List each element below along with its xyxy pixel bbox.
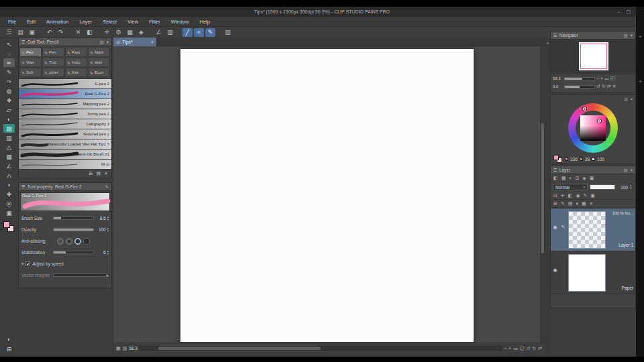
navigator-preview[interactable] xyxy=(551,40,635,74)
balloon-tool[interactable]: ◗ xyxy=(3,180,15,189)
anti-aliasing-strong-button[interactable] xyxy=(83,238,90,245)
color-panelbox-icon[interactable]: ▥ xyxy=(624,97,628,101)
snap-ruler-icon[interactable]: ✛ xyxy=(102,28,112,37)
undo-icon[interactable]: ↶ xyxy=(44,28,54,37)
delete-layer-icon[interactable]: ✕ xyxy=(590,201,594,206)
canvas-viewport[interactable] xyxy=(113,46,540,343)
rotate-left-icon[interactable]: ↺ xyxy=(526,346,530,351)
brush-row[interactable]: Turnip pen 2 xyxy=(19,109,111,119)
layer-effect-icon-3[interactable]: ◐ xyxy=(569,176,572,180)
navigator-panelbox-icon[interactable]: ▥ xyxy=(624,33,628,38)
layer-visibility-icon[interactable]: ◉ xyxy=(551,208,559,251)
dock-expand-icon[interactable]: ◂ xyxy=(639,34,641,38)
navigator-collapse-icon[interactable]: ▾ xyxy=(631,33,633,38)
fill-command-icon[interactable]: ◧ xyxy=(85,28,95,37)
pen-tool[interactable]: ✒ xyxy=(3,58,15,67)
anti-aliasing-medium-button[interactable] xyxy=(74,238,81,245)
main-color-swatch[interactable] xyxy=(3,221,10,228)
layer-name[interactable]: Layer 1 xyxy=(619,243,633,247)
horizontal-scrollbar[interactable] xyxy=(140,346,502,351)
duplicate-subtool-icon[interactable]: ▤ xyxy=(97,171,101,176)
hue-picker-dot[interactable] xyxy=(583,107,586,111)
panel-layout-icon[interactable]: ▥ xyxy=(165,28,175,37)
minimize-button[interactable]: – xyxy=(618,9,621,14)
sub-tool-group-button[interactable]: ✎Mark xyxy=(88,48,110,57)
sub-tool-menu-icon[interactable]: ☰ xyxy=(21,40,25,45)
vector-magnet-slider[interactable] xyxy=(53,274,107,277)
menu-layer[interactable]: Layer xyxy=(74,19,97,25)
nav-fit-icon[interactable]: ▭ xyxy=(604,76,609,81)
new-folder-icon[interactable]: ▤ xyxy=(568,201,573,206)
menu-window[interactable]: Window xyxy=(166,19,195,25)
layer-collapse-icon[interactable]: ▾ xyxy=(631,168,633,173)
sub-tool-panelbox-icon[interactable]: ▥ xyxy=(100,40,104,45)
clear-icon[interactable]: ✕ xyxy=(73,28,83,37)
layer-effect-icon-4[interactable]: ⊞ xyxy=(575,176,579,181)
clip-to-layer-icon[interactable]: ◧ xyxy=(568,193,573,198)
brush-size-stepper[interactable]: ▴▾ xyxy=(107,216,109,221)
merge-layer-icon[interactable]: ▦ xyxy=(582,201,586,206)
new-vector-layer-icon[interactable]: ✎ xyxy=(561,201,565,206)
delete-subtool-icon[interactable]: ✕ xyxy=(104,171,108,176)
save-icon[interactable]: ▣ xyxy=(27,28,37,37)
gear-icon[interactable]: ⚙ xyxy=(113,28,123,37)
navigator-view-rect[interactable] xyxy=(580,44,607,69)
reference-layer-icon[interactable]: ◉ xyxy=(576,193,580,198)
nav-rotate-right-icon[interactable]: ↻ xyxy=(602,84,606,89)
quick-access-icon[interactable]: ⊞ xyxy=(3,345,15,353)
palette-dock-icon[interactable]: ▦ xyxy=(116,346,121,351)
lock-transparency-icon[interactable]: ✛ xyxy=(561,193,565,198)
switch-color-icon[interactable]: ◐ xyxy=(3,335,15,343)
sub-tool-group-button[interactable]: ✎Thic xyxy=(42,58,64,67)
sub-tool-group-button[interactable]: ✎Indic xyxy=(65,58,87,67)
nav-zoom-in-icon[interactable]: + xyxy=(600,76,603,81)
navigator-thumbnail[interactable] xyxy=(579,42,608,70)
brush-row[interactable]: Textured pen 2 xyxy=(19,129,111,139)
zoom-in-icon[interactable]: + xyxy=(508,346,511,351)
brush-row[interactable]: G-pen 2 xyxy=(19,79,111,89)
menu-animation[interactable]: Animation xyxy=(41,19,74,25)
navigator-menu-icon[interactable]: ☰ xyxy=(553,33,557,38)
ruler-icon[interactable]: ∠ xyxy=(154,28,164,37)
redo-icon[interactable]: ↷ xyxy=(56,28,66,37)
airbrush-tool[interactable]: ◍ xyxy=(3,86,15,95)
menu-select[interactable]: Select xyxy=(97,19,122,25)
menu-edit[interactable]: Edit xyxy=(21,19,41,25)
stabilization-stepper[interactable]: ▴▾ xyxy=(107,250,109,255)
snap-grid-icon[interactable]: ▦ xyxy=(125,28,135,37)
brush-size-slider[interactable]: 8.6 ▴▾ xyxy=(53,216,109,221)
fit-to-screen-icon[interactable]: ▭ xyxy=(513,346,518,351)
sub-tool-group-button[interactable]: ✎Pen xyxy=(42,48,64,57)
sub-tool-group-button[interactable]: ✎Past xyxy=(65,48,87,57)
sub-tool-group-button[interactable]: ✎Wan xyxy=(19,58,42,67)
layer-thumbnail[interactable] xyxy=(568,254,606,292)
color-collapse-icon[interactable]: ▾ xyxy=(631,97,633,101)
zoom-100-icon[interactable]: ◱ xyxy=(520,346,525,351)
move-tool[interactable]: ▣ xyxy=(3,208,15,217)
layer-row-paper[interactable]: ◉ Paper xyxy=(551,251,635,294)
brush-row[interactable]: Mapping pen 2 xyxy=(19,99,111,109)
expand-icon[interactable]: ▾ xyxy=(21,261,23,267)
decoration-tool[interactable]: ❖ xyxy=(3,96,15,105)
vector-magnet-expand-icon[interactable]: ▸ xyxy=(107,273,109,278)
ruler-tool[interactable]: ∠ xyxy=(3,162,15,170)
maximize-button[interactable]: ▢ xyxy=(627,9,631,15)
nav-zoom-out-icon[interactable]: − xyxy=(596,76,599,81)
sub-tool-group-button[interactable]: ✎other xyxy=(42,68,64,77)
layer-panelbox-icon[interactable]: ▥ xyxy=(624,168,628,173)
lock-layer-icon[interactable]: ⊡ xyxy=(553,193,557,198)
layer-effect-icon-1[interactable]: ◧ xyxy=(553,176,558,181)
layer-effect-icon-6[interactable]: ▣ xyxy=(590,176,594,181)
figure-tool[interactable]: △ xyxy=(3,143,15,152)
zoom-tool[interactable]: ◎ xyxy=(3,199,15,208)
layer-opacity-slider[interactable] xyxy=(590,184,615,190)
sub-tool-group-button[interactable]: ✎Soft xyxy=(19,68,42,77)
sub-tool-group-button[interactable]: ✎Pen xyxy=(19,48,42,57)
nav-reset-icon[interactable]: ✕ xyxy=(612,84,616,89)
layer-name[interactable]: Paper xyxy=(622,286,633,290)
layer-row-layer1[interactable]: ◉ ✎ 100 % No... Layer 1 xyxy=(551,208,635,251)
new-layer-icon[interactable]: ⊞ xyxy=(553,201,557,206)
sub-tool-group-button[interactable]: ✎sket xyxy=(88,58,110,67)
layer-visibility-icon[interactable]: ◉ xyxy=(551,251,559,294)
menu-filter[interactable]: Filter xyxy=(144,19,166,25)
